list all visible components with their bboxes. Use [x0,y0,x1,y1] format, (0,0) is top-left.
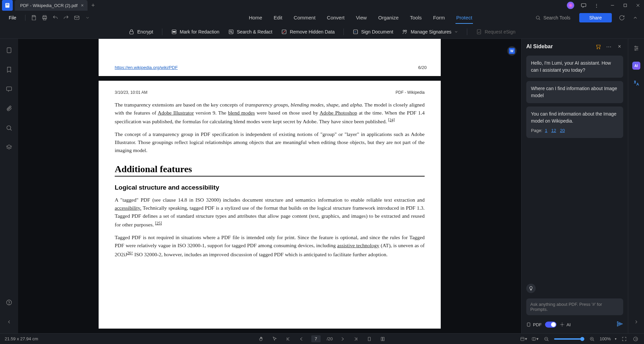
document-viewer[interactable]: W https://en.wikipedia.org/wiki/PDF 6/20… [18,39,521,333]
tab-convert[interactable]: Convert [326,12,345,24]
heading-logical-structure: Logical structure and accessibility [115,184,425,191]
expand-right-icon[interactable] [632,317,641,327]
search-placeholder: Search Tools [543,15,571,20]
page-dimensions: 21.59 x 27.94 cm [5,336,38,341]
undo-icon[interactable] [51,13,60,22]
right-rail: AI [628,39,644,333]
collapse-left-icon[interactable] [4,317,14,327]
pdf-mode-label: PDF [526,322,542,327]
new-tab-button[interactable]: + [88,0,98,11]
page-number-input[interactable] [311,335,321,342]
search-tools[interactable]: Search Tools [535,15,571,20]
redo-icon[interactable] [62,13,70,22]
total-pages: /20 [327,336,333,341]
more-status-icon[interactable] [632,335,639,343]
ai-message-greeting: Hello, I'm Lumi, your AI assistant. How … [526,56,623,78]
save-icon[interactable] [30,13,38,22]
print-icon[interactable] [40,13,49,22]
svg-point-59 [634,337,638,341]
ai-badge-icon[interactable]: AI [632,62,640,70]
document-tab[interactable]: PDF - Wikipedia_OCR (2).pdf × [15,0,88,11]
last-page-icon[interactable] [352,335,360,343]
paragraph-3: A "tagged" PDF (see clause 14.8 in ISO 3… [115,196,425,229]
sign-document-button[interactable]: Sign Document [353,29,393,35]
thumbnails-icon[interactable] [4,46,14,55]
view-mode-icon[interactable]: ▾ [520,335,527,343]
minimize-button[interactable] [609,2,616,9]
more-icon[interactable]: ⋯ [605,43,612,50]
request-esign-button[interactable]: Request eSign [476,29,516,35]
tab-edit[interactable]: Edit [273,12,283,24]
chat-icon[interactable] [580,2,587,9]
search-redact-button[interactable]: Search & Redact [228,29,272,35]
collapse-ribbon-icon[interactable] [631,13,640,22]
w-badge[interactable]: W [507,46,517,56]
manage-signatures-button[interactable]: Manage Signatures [402,29,458,35]
svg-rect-5 [624,4,627,7]
hand-tool-icon[interactable] [258,335,265,343]
source-url-link[interactable]: https://en.wikipedia.org/wiki/PDF [115,65,178,70]
zoom-slider[interactable] [554,338,584,340]
tab-label: PDF - Wikipedia_OCR (2).pdf [20,3,77,8]
ai-input[interactable]: Ask anything about PDF. Press '#' for Pr… [526,298,623,315]
attachments-icon[interactable] [4,104,14,113]
mark-redaction-button[interactable]: Mark for Redaction [171,29,219,35]
first-page-icon[interactable] [284,335,292,343]
svg-rect-28 [7,87,12,90]
svg-point-33 [597,48,598,49]
file-menu[interactable]: File [4,14,21,22]
zoom-level[interactable]: 100% [600,336,611,341]
select-tool-icon[interactable] [271,335,278,343]
share-button[interactable]: Share [579,13,612,22]
comments-icon[interactable] [4,84,14,94]
tab-protect[interactable]: Protect [455,12,473,24]
close-tab-icon[interactable]: × [81,3,84,8]
prev-page-icon[interactable] [298,335,305,343]
tab-tools[interactable]: Tools [409,12,422,24]
maximize-button[interactable] [622,2,629,9]
cart-icon[interactable] [594,43,602,50]
page-ref-link[interactable]: 12 [551,128,556,133]
svg-rect-2 [6,5,9,6]
ai-sidebar: AI Sidebar ⋯ × Hello, I'm Lumi, your AI … [521,39,628,333]
menu-icon[interactable]: ⋮ [593,2,600,9]
help-icon[interactable] [4,298,14,307]
next-page-icon[interactable] [339,335,346,343]
search-icon[interactable] [4,123,14,133]
mail-icon[interactable] [72,13,81,22]
menubar: File Home Edit Comment Convert View Orga… [0,11,644,25]
page-doc-title: PDF - Wikipedia [395,90,425,95]
fit-width-icon[interactable] [379,335,386,343]
close-ai-icon[interactable]: × [616,43,623,50]
dropdown-icon[interactable] [83,13,92,22]
svg-rect-27 [7,48,11,53]
send-icon[interactable] [616,321,623,329]
encrypt-button[interactable]: Encrypt [128,29,153,35]
tab-home[interactable]: Home [248,12,263,24]
fullscreen-icon[interactable] [621,335,628,343]
svg-rect-45 [368,337,371,341]
user-avatar[interactable] [567,2,574,9]
svg-point-36 [561,324,563,325]
settings-icon[interactable] [632,44,641,53]
mode-toggle[interactable] [545,322,556,328]
lightbulb-icon[interactable] [526,284,536,293]
zoom-in-icon[interactable] [588,335,596,343]
sync-icon[interactable] [617,13,627,22]
tab-organize[interactable]: Organize [377,12,399,24]
translate-icon[interactable] [632,78,641,88]
remove-hidden-data-button[interactable]: Remove Hidden Data [281,29,335,35]
tab-view[interactable]: View [355,12,367,24]
page-ref-link[interactable]: 20 [560,128,565,133]
page-ref-link[interactable]: 1 [545,128,547,133]
svg-rect-48 [521,337,524,341]
bookmarks-icon[interactable] [4,65,14,74]
read-mode-icon[interactable]: ▾ [531,335,539,343]
layers-icon[interactable] [4,143,14,152]
zoom-out-icon[interactable] [543,335,550,343]
close-window-button[interactable] [635,2,641,9]
fit-page-icon[interactable] [366,335,373,343]
tab-comment[interactable]: Comment [293,12,316,24]
svg-rect-47 [383,337,384,341]
tab-form[interactable]: Form [432,12,445,24]
